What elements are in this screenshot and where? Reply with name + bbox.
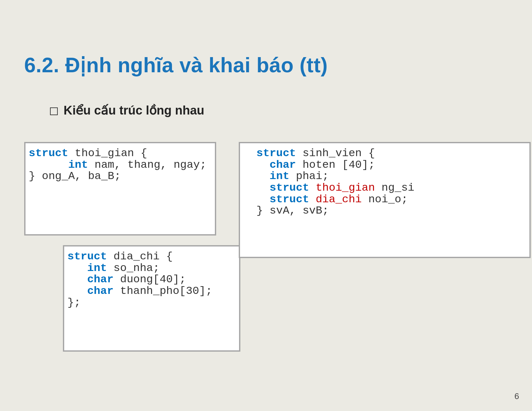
kw-char: char: [67, 273, 114, 286]
kw-char: char: [67, 285, 114, 297]
code-text: ng_si: [375, 182, 414, 194]
code-text: };: [67, 296, 81, 309]
slide: 6.2. Định nghĩa và khai báo (tt) Kiểu cấ…: [0, 0, 532, 411]
slide-subtitle: Kiểu cấu trúc lồng nhau: [64, 103, 204, 117]
kw-char: char: [243, 159, 296, 171]
kw-struct: struct: [243, 193, 309, 206]
code-text: hoten [40];: [296, 159, 375, 171]
kw-int: int: [243, 170, 289, 182]
bullet-square-icon: [50, 107, 58, 115]
kw-int: int: [67, 262, 107, 274]
code-text: dia_chi {: [107, 250, 173, 263]
type-thoi-gian: thoi_gian: [309, 182, 375, 194]
kw-struct: struct: [29, 147, 68, 159]
slide-title: 6.2. Định nghĩa và khai báo (tt): [24, 53, 328, 77]
kw-int: int: [29, 159, 88, 171]
subtitle-row: Kiểu cấu trúc lồng nhau: [50, 103, 204, 117]
code-text: noi_o;: [362, 193, 408, 206]
code-block-dia-chi: struct dia_chi { int so_nha; char duong[…: [63, 245, 240, 352]
kw-struct: struct: [67, 250, 107, 263]
code-text: thoi_gian {: [68, 147, 147, 159]
page-number: 6: [515, 391, 519, 401]
code-text: } svA, svB;: [243, 205, 329, 217]
code-block-sinh-vien: struct sinh_vien { char hoten [40]; int …: [239, 142, 531, 258]
code-block-thoi-gian: struct thoi_gian { int nam, thang, ngay;…: [24, 142, 216, 236]
code-text: sinh_vien {: [296, 147, 375, 159]
code-text: phai;: [289, 170, 329, 182]
kw-struct: struct: [243, 182, 309, 194]
code-text: so_nha;: [107, 262, 159, 274]
kw-struct: struct: [243, 147, 296, 159]
code-text: thanh_pho[30];: [114, 285, 212, 297]
code-text: } ong_A, ba_B;: [29, 170, 121, 182]
type-dia-chi: dia_chi: [309, 193, 362, 206]
code-text: nam, thang, ngay;: [88, 159, 206, 171]
code-text: duong[40];: [114, 273, 186, 286]
